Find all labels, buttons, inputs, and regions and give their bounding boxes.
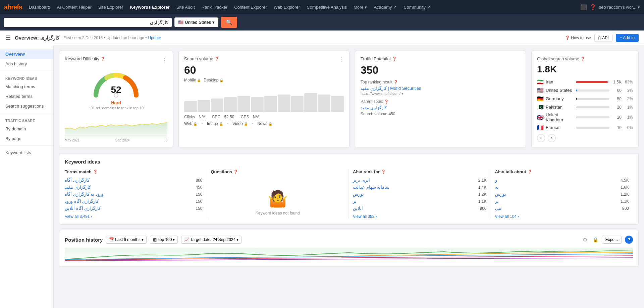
sv-card-header: Search volume ❓ ⋮ bbox=[184, 56, 344, 64]
search-button[interactable]: 🔍 bbox=[221, 17, 237, 28]
sidebar-item-search-suggestions[interactable]: Search suggestions bbox=[0, 101, 53, 111]
nav-more[interactable]: More ▾ bbox=[351, 3, 370, 11]
ki-rank-link[interactable]: آنلاین bbox=[353, 206, 363, 211]
ki-also-rank-help[interactable]: ❓ bbox=[381, 170, 386, 174]
ph-target-btn[interactable]: 📈 Target date: 24 Sep 2024 ▾ bbox=[181, 236, 241, 244]
api-button[interactable]: {} API bbox=[594, 34, 612, 42]
kd-menu-icon[interactable]: ⋮ bbox=[162, 57, 167, 63]
keyword-difficulty-card: Keyword Difficulty ❓ ⋮ bbox=[59, 51, 173, 148]
ki-also-talk-help[interactable]: ❓ bbox=[528, 170, 532, 174]
user-menu[interactable]: seo radcom's wor... ▾ bbox=[599, 5, 640, 10]
ki-rank-link[interactable]: سامانه سهام عدالت bbox=[353, 185, 389, 190]
ki-term-link[interactable]: کارگزاری آگاه آنلاین bbox=[65, 206, 101, 211]
ki-talk-link[interactable]: به bbox=[495, 185, 499, 190]
gsv-bar-fill bbox=[576, 98, 577, 100]
gsv-help-icon[interactable]: ❓ bbox=[581, 57, 585, 61]
nav-content-explorer[interactable]: Content Explorer bbox=[231, 3, 270, 11]
ki-also-rank-view-all[interactable]: View all 382 › bbox=[353, 214, 487, 219]
chevron-right-icon-2: › bbox=[376, 214, 377, 219]
ki-rank-row: نر 1.1K bbox=[353, 199, 487, 204]
ki-talk-link[interactable]: بورس bbox=[495, 192, 506, 197]
ki-rank-link[interactable]: ایری بریز bbox=[353, 178, 370, 183]
ki-talk-link[interactable]: می bbox=[495, 206, 501, 211]
lock-icon-desktop: 🔒 bbox=[219, 78, 223, 82]
ph-lock-icon[interactable]: 🔒 bbox=[593, 237, 598, 242]
sv-tab-image[interactable]: Image 🔒 bbox=[207, 121, 223, 126]
ki-questions-help[interactable]: ❓ bbox=[233, 170, 238, 174]
ki-terms-view-all[interactable]: View all 3,491 › bbox=[65, 214, 203, 219]
country-selector[interactable]: 🇺🇸 United States ▾ bbox=[174, 17, 218, 27]
nav-competitive-analysis[interactable]: Competitive Analysis bbox=[304, 3, 350, 11]
sv-menu-icon[interactable]: ⋮ bbox=[338, 56, 344, 64]
sidebar-item-ads-history[interactable]: Ads history bbox=[0, 59, 53, 69]
kd-help-icon[interactable]: ❓ bbox=[101, 57, 105, 61]
gsv-next-btn[interactable]: › bbox=[548, 134, 556, 142]
tp-ranking-help[interactable]: ❓ bbox=[393, 80, 398, 84]
code-icon: {} bbox=[598, 36, 601, 40]
sidebar-item-overview[interactable]: Overview bbox=[0, 49, 53, 59]
tp-parent-label: Parent Topic ❓ bbox=[361, 99, 520, 104]
ki-term-link[interactable]: کارگزاری مفید bbox=[65, 185, 91, 190]
help-icon[interactable]: ❓ bbox=[590, 4, 596, 10]
ph-settings-icon[interactable]: ⚙ bbox=[583, 237, 587, 243]
ki-talk-link[interactable]: نر bbox=[495, 199, 499, 204]
gsv-pct: 1% bbox=[624, 105, 633, 110]
sv-value: 60 bbox=[184, 64, 344, 76]
monitor-icon[interactable]: ⬛ bbox=[580, 4, 587, 10]
ki-terms-row: ورود به کارگزاری آگاه 150 bbox=[65, 192, 203, 197]
ph-help-btn[interactable]: ? bbox=[625, 236, 633, 244]
logo[interactable]: ahrefs bbox=[4, 3, 22, 11]
gsv-prev-btn[interactable]: ‹ bbox=[537, 134, 545, 142]
sidebar-item-by-page[interactable]: By page bbox=[0, 134, 53, 143]
tp-parent-help[interactable]: ❓ bbox=[384, 100, 389, 104]
nav-community[interactable]: Community ↗ bbox=[401, 3, 433, 11]
cards-row: Keyword Difficulty ❓ ⋮ bbox=[59, 51, 639, 148]
nav-academy[interactable]: Academy ↗ bbox=[371, 3, 399, 11]
country-flag-icon: 🇬🇧 bbox=[537, 114, 544, 121]
ki-rank-link[interactable]: بورس bbox=[353, 192, 364, 197]
sidebar-item-by-domain[interactable]: By domain bbox=[0, 124, 53, 134]
sv-tab-news[interactable]: News 🔒 bbox=[257, 121, 272, 126]
sv-tab-video[interactable]: Video 🔒 bbox=[232, 121, 248, 126]
chevron-right-icon: › bbox=[91, 214, 92, 219]
search-input[interactable] bbox=[7, 20, 168, 25]
ki-terms-help[interactable]: ❓ bbox=[93, 170, 98, 174]
ki-terms-row: کارگزاری آگاه 800 bbox=[65, 178, 203, 183]
global-search-volume-card: Global search volume ❓ 1.8K 🇮🇷 Iran 1.5K… bbox=[531, 51, 639, 148]
nav-rank-tracker[interactable]: Rank Tracker bbox=[199, 3, 230, 11]
ph-export-btn[interactable]: Expo... bbox=[602, 236, 622, 244]
sv-help-icon[interactable]: ❓ bbox=[215, 57, 219, 61]
sidebar-item-related-terms[interactable]: Related terms bbox=[0, 91, 53, 101]
ph-top-btn[interactable]: ▦ Top 100 ▾ bbox=[150, 236, 178, 244]
kd-title: Keyword Difficulty ❓ bbox=[65, 56, 105, 61]
sv-tab-web[interactable]: Web 🔒 bbox=[184, 121, 197, 126]
kd-date-start: May 2021 bbox=[65, 138, 79, 142]
tp-parent-link[interactable]: کارگزاری مفید bbox=[361, 105, 520, 110]
ki-term-link[interactable]: کارگزاری آگاه bbox=[65, 178, 90, 183]
how-to-use-btn[interactable]: ❓ How to use bbox=[565, 36, 591, 40]
ki-talk-link[interactable]: و bbox=[495, 178, 497, 183]
tp-result-url[interactable]: https://www.emofid.com/ ▾ bbox=[361, 91, 520, 96]
sidebar-item-matching-terms[interactable]: Matching terms bbox=[0, 82, 53, 91]
nav-web-explorer[interactable]: Web Explorer bbox=[271, 3, 303, 11]
search-bar: 🇺🇸 United States ▾ 🔍 bbox=[0, 14, 644, 30]
ki-term-link[interactable]: ورود به کارگزاری آگاه bbox=[65, 192, 104, 197]
hamburger-icon[interactable]: ☰ bbox=[5, 34, 11, 42]
update-link[interactable]: Update bbox=[148, 36, 161, 40]
add-to-button[interactable]: + Add to bbox=[616, 34, 639, 42]
sv-badges: Mobile 🔒 Desktop 🔒 bbox=[184, 78, 344, 82]
ki-also-talk-view-all[interactable]: View all 104 › bbox=[495, 214, 629, 219]
tp-help-icon[interactable]: ❓ bbox=[392, 57, 397, 61]
top-nav: ahrefs Dashboard AI Content Helper Site … bbox=[0, 0, 644, 14]
ki-rank-link[interactable]: نر bbox=[353, 199, 357, 204]
nav-site-explorer[interactable]: Site Explorer bbox=[96, 3, 126, 11]
nav-site-audit[interactable]: Site Audit bbox=[174, 3, 198, 11]
nav-ai-content[interactable]: AI Content Helper bbox=[54, 3, 94, 11]
ph-date-range-btn[interactable]: 📅 Last 6 months ▾ bbox=[106, 236, 146, 244]
nav-keywords-explorer[interactable]: Keywords Explorer bbox=[127, 3, 172, 11]
ph-title: Position history bbox=[65, 237, 103, 243]
tp-result-link[interactable]: کارگزاری مفید | Mofid Securities bbox=[361, 86, 520, 91]
nav-dashboard[interactable]: Dashboard bbox=[26, 3, 53, 11]
sidebar-item-keyword-lists[interactable]: Keyword lists bbox=[0, 148, 53, 158]
ki-term-link[interactable]: کارگزاری آگاه ورود bbox=[65, 199, 99, 204]
